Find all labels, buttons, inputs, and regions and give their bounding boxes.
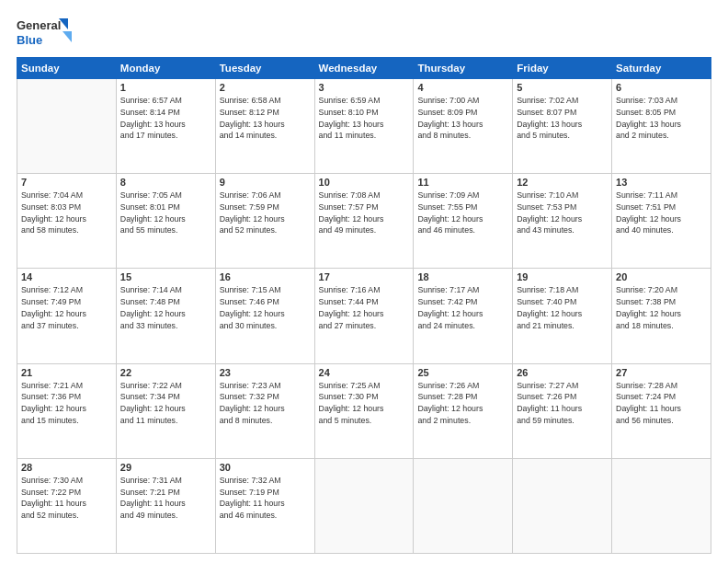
day-info: Sunrise: 7:30 AMSunset: 7:22 PMDaylight:… [21, 475, 112, 522]
day-number: 25 [417, 367, 508, 378]
day-info: Sunrise: 6:59 AMSunset: 8:10 PMDaylight:… [319, 95, 410, 142]
week-row-4: 21Sunrise: 7:21 AMSunset: 7:36 PMDayligh… [17, 363, 711, 458]
calendar-cell: 4Sunrise: 7:00 AMSunset: 8:09 PMDaylight… [414, 79, 513, 174]
week-row-1: 1Sunrise: 6:57 AMSunset: 8:14 PMDaylight… [17, 79, 711, 174]
day-number: 10 [319, 177, 410, 188]
day-info: Sunrise: 7:31 AMSunset: 7:21 PMDaylight:… [120, 475, 211, 522]
calendar-cell: 29Sunrise: 7:31 AMSunset: 7:21 PMDayligh… [116, 458, 215, 553]
day-number: 27 [616, 367, 707, 378]
week-row-5: 28Sunrise: 7:30 AMSunset: 7:22 PMDayligh… [17, 458, 711, 553]
calendar-cell: 19Sunrise: 7:18 AMSunset: 7:40 PMDayligh… [513, 269, 612, 363]
calendar-cell: 10Sunrise: 7:08 AMSunset: 7:57 PMDayligh… [314, 174, 414, 269]
day-number: 12 [517, 177, 608, 188]
calendar-cell: 23Sunrise: 7:23 AMSunset: 7:32 PMDayligh… [215, 363, 314, 458]
day-info: Sunrise: 7:16 AMSunset: 7:44 PMDaylight:… [319, 284, 410, 331]
day-info: Sunrise: 7:11 AMSunset: 7:51 PMDaylight:… [616, 190, 707, 236]
logo: General Blue [17, 17, 72, 50]
week-row-2: 7Sunrise: 7:04 AMSunset: 8:03 PMDaylight… [17, 174, 711, 269]
day-info: Sunrise: 7:21 AMSunset: 7:36 PMDaylight:… [21, 380, 112, 427]
week-row-3: 14Sunrise: 7:12 AMSunset: 7:49 PMDayligh… [17, 269, 711, 363]
calendar-cell: 5Sunrise: 7:02 AMSunset: 8:07 PMDaylight… [513, 79, 612, 174]
day-number: 23 [220, 367, 311, 378]
weekday-header-sunday: Sunday [17, 58, 117, 79]
weekday-header-row: SundayMondayTuesdayWednesdayThursdayFrid… [17, 58, 711, 79]
calendar-cell [314, 458, 414, 553]
logo-svg: General Blue [17, 17, 72, 50]
weekday-header-thursday: Thursday [414, 58, 513, 79]
day-info: Sunrise: 7:12 AMSunset: 7:49 PMDaylight:… [21, 284, 112, 331]
day-number: 17 [319, 271, 410, 282]
calendar-cell: 28Sunrise: 7:30 AMSunset: 7:22 PMDayligh… [17, 458, 117, 553]
calendar-cell: 25Sunrise: 7:26 AMSunset: 7:28 PMDayligh… [414, 363, 513, 458]
day-number: 20 [616, 271, 707, 282]
calendar-cell: 9Sunrise: 7:06 AMSunset: 7:59 PMDaylight… [215, 174, 314, 269]
day-info: Sunrise: 7:14 AMSunset: 7:48 PMDaylight:… [120, 284, 211, 331]
day-info: Sunrise: 7:23 AMSunset: 7:32 PMDaylight:… [220, 380, 311, 427]
calendar-cell: 18Sunrise: 7:17 AMSunset: 7:42 PMDayligh… [414, 269, 513, 363]
calendar-cell: 8Sunrise: 7:05 AMSunset: 8:01 PMDaylight… [116, 174, 215, 269]
calendar-cell: 17Sunrise: 7:16 AMSunset: 7:44 PMDayligh… [314, 269, 414, 363]
calendar-cell: 21Sunrise: 7:21 AMSunset: 7:36 PMDayligh… [17, 363, 117, 458]
day-number: 22 [120, 367, 211, 378]
day-number: 26 [517, 367, 608, 378]
day-number: 16 [220, 271, 311, 282]
day-info: Sunrise: 7:18 AMSunset: 7:40 PMDaylight:… [517, 284, 608, 331]
day-info: Sunrise: 7:06 AMSunset: 7:59 PMDaylight:… [220, 190, 311, 236]
calendar-cell [513, 458, 612, 553]
day-number: 5 [517, 82, 608, 93]
calendar-cell: 16Sunrise: 7:15 AMSunset: 7:46 PMDayligh… [215, 269, 314, 363]
day-info: Sunrise: 7:05 AMSunset: 8:01 PMDaylight:… [120, 190, 211, 236]
day-info: Sunrise: 7:03 AMSunset: 8:05 PMDaylight:… [616, 95, 707, 142]
calendar-cell: 15Sunrise: 7:14 AMSunset: 7:48 PMDayligh… [116, 269, 215, 363]
header: General Blue [17, 17, 711, 50]
day-number: 1 [120, 82, 211, 93]
day-number: 8 [120, 177, 211, 188]
day-number: 3 [319, 82, 410, 93]
calendar-cell: 30Sunrise: 7:32 AMSunset: 7:19 PMDayligh… [215, 458, 314, 553]
calendar-cell: 13Sunrise: 7:11 AMSunset: 7:51 PMDayligh… [612, 174, 711, 269]
day-info: Sunrise: 7:10 AMSunset: 7:53 PMDaylight:… [517, 190, 608, 236]
day-number: 15 [120, 271, 211, 282]
weekday-header-saturday: Saturday [612, 58, 711, 79]
calendar-cell: 1Sunrise: 6:57 AMSunset: 8:14 PMDaylight… [116, 79, 215, 174]
day-info: Sunrise: 7:08 AMSunset: 7:57 PMDaylight:… [319, 190, 410, 236]
day-number: 11 [417, 177, 508, 188]
calendar-cell: 24Sunrise: 7:25 AMSunset: 7:30 PMDayligh… [314, 363, 414, 458]
weekday-header-monday: Monday [116, 58, 215, 79]
day-info: Sunrise: 7:02 AMSunset: 8:07 PMDaylight:… [517, 95, 608, 142]
day-number: 30 [220, 462, 311, 473]
calendar-cell [612, 458, 711, 553]
day-number: 9 [220, 177, 311, 188]
calendar-cell: 3Sunrise: 6:59 AMSunset: 8:10 PMDaylight… [314, 79, 414, 174]
day-info: Sunrise: 7:25 AMSunset: 7:30 PMDaylight:… [319, 380, 410, 427]
day-number: 6 [616, 82, 707, 93]
calendar-cell [17, 79, 117, 174]
calendar-cell: 20Sunrise: 7:20 AMSunset: 7:38 PMDayligh… [612, 269, 711, 363]
calendar-cell: 14Sunrise: 7:12 AMSunset: 7:49 PMDayligh… [17, 269, 117, 363]
weekday-header-wednesday: Wednesday [314, 58, 414, 79]
day-number: 21 [21, 367, 112, 378]
day-info: Sunrise: 7:26 AMSunset: 7:28 PMDaylight:… [417, 380, 508, 427]
calendar-cell [414, 458, 513, 553]
calendar-cell: 2Sunrise: 6:58 AMSunset: 8:12 PMDaylight… [215, 79, 314, 174]
day-info: Sunrise: 7:15 AMSunset: 7:46 PMDaylight:… [220, 284, 311, 331]
day-number: 14 [21, 271, 112, 282]
page: General Blue SundayMondayTuesdayWednesda… [0, 0, 728, 563]
calendar-cell: 6Sunrise: 7:03 AMSunset: 8:05 PMDaylight… [612, 79, 711, 174]
day-number: 2 [220, 82, 311, 93]
calendar-cell: 12Sunrise: 7:10 AMSunset: 7:53 PMDayligh… [513, 174, 612, 269]
calendar-cell: 22Sunrise: 7:22 AMSunset: 7:34 PMDayligh… [116, 363, 215, 458]
svg-text:General: General [17, 18, 61, 32]
day-info: Sunrise: 7:22 AMSunset: 7:34 PMDaylight:… [120, 380, 211, 427]
day-info: Sunrise: 7:00 AMSunset: 8:09 PMDaylight:… [417, 95, 508, 142]
calendar-cell: 27Sunrise: 7:28 AMSunset: 7:24 PMDayligh… [612, 363, 711, 458]
calendar-cell: 11Sunrise: 7:09 AMSunset: 7:55 PMDayligh… [414, 174, 513, 269]
weekday-header-friday: Friday [513, 58, 612, 79]
day-number: 19 [517, 271, 608, 282]
day-number: 18 [417, 271, 508, 282]
day-info: Sunrise: 7:17 AMSunset: 7:42 PMDaylight:… [417, 284, 508, 331]
day-number: 28 [21, 462, 112, 473]
day-info: Sunrise: 7:04 AMSunset: 8:03 PMDaylight:… [21, 190, 112, 236]
svg-text:Blue: Blue [17, 33, 42, 47]
day-info: Sunrise: 7:20 AMSunset: 7:38 PMDaylight:… [616, 284, 707, 331]
